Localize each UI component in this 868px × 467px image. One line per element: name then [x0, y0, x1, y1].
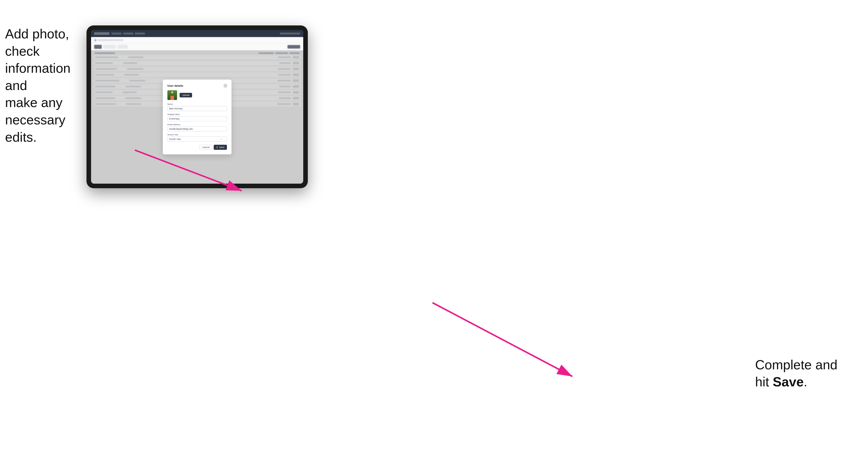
name-label: Name — [167, 103, 227, 105]
nav-item-2 — [123, 33, 133, 35]
app-header — [91, 30, 303, 37]
modal-close-button[interactable]: × — [224, 84, 227, 87]
app-logo — [94, 32, 110, 35]
modal-overlay: User details × — [91, 50, 303, 184]
tablet-device: User details × — [87, 25, 308, 188]
school-year-input[interactable] — [167, 136, 227, 142]
email-label: Email address — [167, 123, 227, 126]
school-year-dropdown-icon[interactable]: ⌄ — [224, 138, 226, 140]
screen-content: User details × — [91, 50, 303, 184]
breadcrumb — [91, 37, 303, 43]
nav-item-3 — [135, 33, 145, 35]
svg-line-3 — [432, 303, 572, 376]
display-name-label: Display name — [167, 113, 227, 116]
name-input[interactable] — [167, 106, 227, 111]
modal-title: User details — [167, 84, 183, 87]
email-field-group: Email address — [167, 123, 227, 131]
photo-thumbnail — [167, 90, 177, 100]
display-name-field-group: Display name — [167, 113, 227, 121]
save-icon: ⬆ — [216, 146, 218, 149]
modal-header: User details × — [167, 84, 227, 87]
school-year-clear-icon[interactable]: ✕ — [221, 138, 222, 140]
save-button[interactable]: ⬆ Save — [214, 145, 227, 150]
display-name-input[interactable] — [167, 116, 227, 121]
upload-photo-button[interactable]: Upload — [180, 93, 192, 97]
school-year-field-group: School Year ✕ ⌄ — [167, 133, 227, 142]
header-action-btn — [287, 45, 300, 49]
nav-item-1 — [112, 33, 122, 35]
breadcrumb-icon — [94, 39, 97, 41]
name-field-group: Name — [167, 103, 227, 111]
school-year-label: School Year — [167, 133, 227, 136]
inactive-tab-1 — [103, 45, 116, 49]
tablet-screen: User details × — [91, 30, 303, 184]
email-input[interactable] — [167, 126, 227, 131]
sub-header — [91, 43, 303, 50]
user-details-modal: User details × — [163, 80, 231, 154]
photo-section: Upload — [167, 90, 227, 100]
modal-footer: Cancel ⬆ Save — [167, 145, 227, 150]
app-header-right — [280, 33, 300, 35]
cancel-button[interactable]: Cancel — [199, 145, 212, 150]
save-label: Save — [219, 146, 224, 149]
annotation-right: Complete and hit Save. — [755, 356, 837, 391]
inactive-tab-2 — [118, 45, 128, 49]
annotation-left: Add photo, check information and make an… — [5, 25, 94, 146]
app-nav — [112, 33, 145, 35]
active-tab — [94, 45, 102, 49]
breadcrumb-text — [98, 39, 123, 41]
